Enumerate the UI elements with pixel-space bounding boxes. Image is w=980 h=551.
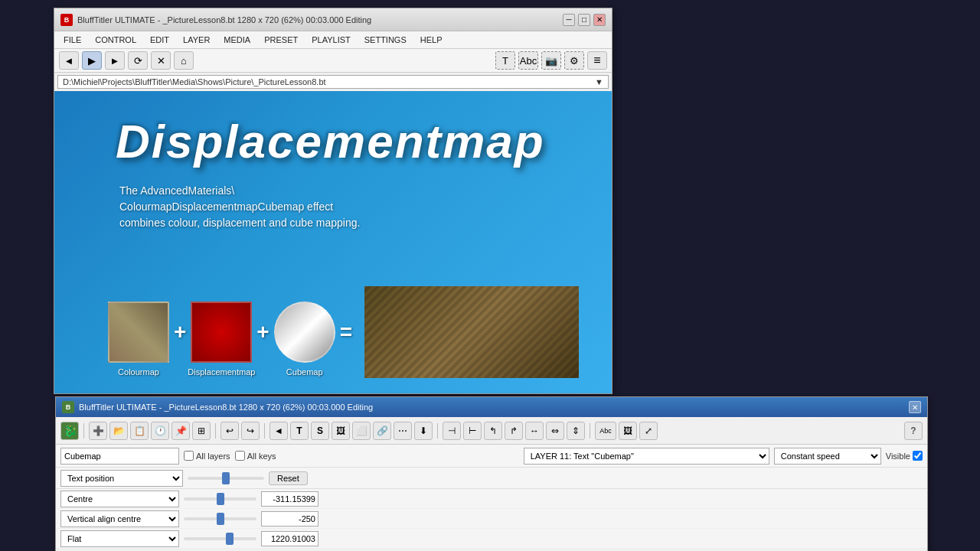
expand2-button[interactable]: ⤢ bbox=[639, 422, 658, 440]
menu-file[interactable]: FILE bbox=[57, 33, 87, 47]
menu-preset[interactable]: PRESET bbox=[258, 33, 304, 47]
visible-text: Visible bbox=[886, 452, 910, 461]
secondary-toolbar: 🐉 ➕ 📂 📋 🕐 📌 ⊞ ↩ ↪ ◄ T S 🖼 ⬜ 🔗 ⋯ ⬇ ⊣ ⊢ ↰ … bbox=[56, 417, 927, 445]
s-button[interactable]: S bbox=[311, 422, 329, 440]
preview-area: Displacementmap The AdvancedMaterials\ C… bbox=[54, 91, 612, 393]
copy-button[interactable]: 📋 bbox=[130, 422, 149, 440]
text-tool-icon[interactable]: T bbox=[495, 51, 515, 70]
speed-select[interactable]: Constant speed bbox=[774, 448, 881, 465]
flat-slider[interactable] bbox=[184, 537, 256, 540]
menu-settings[interactable]: SETTINGS bbox=[358, 33, 413, 47]
subtitle-line2: ColourmapDisplacementmapCubemap effect bbox=[119, 201, 333, 213]
colourmap-thumb bbox=[108, 302, 169, 363]
rotate-right-button[interactable]: ↱ bbox=[505, 422, 523, 440]
cubemap-label: Cubemap bbox=[286, 367, 323, 377]
all-keys-checkbox[interactable] bbox=[235, 451, 245, 461]
link-button[interactable]: 🔗 bbox=[373, 422, 391, 440]
download-button[interactable]: ⬇ bbox=[414, 422, 433, 440]
valign-value[interactable] bbox=[261, 511, 318, 527]
all-layers-text: All layers bbox=[196, 452, 230, 461]
address-dropdown-icon[interactable]: ▼ bbox=[595, 77, 603, 86]
t-button[interactable]: T bbox=[290, 422, 309, 440]
minimize-button[interactable]: ─ bbox=[563, 14, 575, 26]
main-window-title: BluffTitler ULTIMATE - _PictureLesson8.b… bbox=[77, 15, 371, 24]
abc-button[interactable]: Abc bbox=[595, 422, 616, 440]
colourmap-label: Colourmap bbox=[118, 367, 159, 377]
expand-button[interactable]: ⇔ bbox=[546, 422, 564, 440]
contract-button[interactable]: ⇕ bbox=[567, 422, 585, 440]
image2-button[interactable]: 🖼 bbox=[619, 422, 637, 440]
position-slider[interactable] bbox=[188, 477, 264, 480]
all-keys-text: All keys bbox=[247, 452, 276, 461]
toolbar-divider-4 bbox=[437, 423, 438, 439]
forward-button[interactable]: ► bbox=[105, 51, 125, 70]
plus-icon-1: + bbox=[172, 320, 188, 344]
menu-media[interactable]: MEDIA bbox=[217, 33, 256, 47]
visible-checkbox[interactable] bbox=[913, 451, 923, 461]
secondary-window-title: BluffTitler ULTIMATE - _PictureLesson8.b… bbox=[79, 403, 373, 412]
secondary-close-button[interactable]: ✕ bbox=[909, 401, 921, 413]
valign-slider[interactable] bbox=[184, 517, 256, 520]
displacementmap-label: Displacementmap bbox=[188, 367, 255, 377]
back-button[interactable]: ◄ bbox=[59, 51, 79, 70]
refresh-button[interactable]: ⟳ bbox=[128, 51, 148, 70]
maximize-button[interactable]: □ bbox=[578, 14, 590, 26]
address-bar[interactable]: D:\Michiel\Projects\BluffTitler\Media\Sh… bbox=[57, 75, 609, 89]
paste-button[interactable]: 📌 bbox=[172, 422, 190, 440]
grid-button[interactable]: ⊞ bbox=[192, 422, 211, 440]
prop-select-flat[interactable]: Flat bbox=[60, 530, 179, 547]
flip-h-button[interactable]: ↔ bbox=[525, 422, 544, 440]
address-text: D:\Michiel\Projects\BluffTitler\Media\Sh… bbox=[63, 77, 326, 86]
shape-button[interactable]: ⬜ bbox=[352, 422, 371, 440]
cubemap-wrapper: Cubemap bbox=[274, 302, 335, 363]
property-row-centre: Centre bbox=[56, 489, 927, 509]
flat-value[interactable] bbox=[261, 531, 318, 546]
centre-slider[interactable] bbox=[184, 497, 256, 500]
gear-tool-icon[interactable]: ⚙ bbox=[564, 51, 584, 70]
clock-button[interactable]: 🕐 bbox=[151, 422, 169, 440]
menu-icon[interactable]: ≡ bbox=[587, 51, 607, 70]
plus-icon-2: + bbox=[255, 320, 270, 344]
image-button[interactable]: 🖼 bbox=[332, 422, 350, 440]
visible-label: Visible bbox=[886, 451, 923, 461]
abc-tool-icon[interactable]: Abc bbox=[518, 51, 538, 70]
redo-button[interactable]: ↪ bbox=[241, 422, 260, 440]
secondary-app-icon: B bbox=[62, 401, 74, 413]
layer-controls-row: All layers All keys LAYER 11: Text "Cube… bbox=[56, 445, 927, 468]
menu-edit[interactable]: EDIT bbox=[144, 33, 175, 47]
arrow-left-button[interactable]: ◄ bbox=[270, 422, 288, 440]
menu-control[interactable]: CONTROL bbox=[89, 33, 142, 47]
position-select[interactable]: Text position bbox=[60, 470, 183, 487]
toolbar-divider-3 bbox=[264, 423, 265, 439]
home-button[interactable]: ⌂ bbox=[174, 51, 194, 70]
prop-select-centre[interactable]: Centre bbox=[60, 491, 179, 507]
displacementmap-thumb bbox=[191, 302, 252, 363]
undo-button[interactable]: ↩ bbox=[220, 422, 239, 440]
align-right-button[interactable]: ⊢ bbox=[463, 422, 482, 440]
all-layers-checkbox[interactable] bbox=[184, 451, 194, 461]
toolbar-divider-1 bbox=[83, 423, 84, 439]
layer-name-input[interactable] bbox=[60, 448, 179, 465]
bluff-logo-button[interactable]: 🐉 bbox=[60, 422, 79, 440]
menu-help[interactable]: HELP bbox=[414, 33, 449, 47]
app-icon: B bbox=[60, 14, 73, 26]
menu-playlist[interactable]: PLAYLIST bbox=[305, 33, 357, 47]
centre-value[interactable] bbox=[261, 491, 318, 507]
align-left-button[interactable]: ⊣ bbox=[443, 422, 461, 440]
equals-icon: = bbox=[338, 320, 354, 344]
close-button[interactable]: ✕ bbox=[593, 14, 606, 26]
stop-nav-button[interactable]: ✕ bbox=[151, 51, 171, 70]
menu-bar: FILE CONTROL EDIT LAYER MEDIA PRESET PLA… bbox=[54, 31, 612, 49]
menu-layer[interactable]: LAYER bbox=[177, 33, 216, 47]
camera-tool-icon[interactable]: 📷 bbox=[541, 51, 561, 70]
property-row-flat: Flat bbox=[56, 529, 927, 549]
network-button[interactable]: ⋯ bbox=[394, 422, 412, 440]
reset-button[interactable]: Reset bbox=[269, 471, 308, 485]
play-button[interactable]: ▶ bbox=[82, 51, 102, 70]
prop-select-valign[interactable]: Vertical align centre bbox=[60, 510, 179, 527]
open-button[interactable]: 📂 bbox=[109, 422, 128, 440]
add-layer-button[interactable]: ➕ bbox=[89, 422, 107, 440]
rotate-left-button[interactable]: ↰ bbox=[484, 422, 502, 440]
layer-select[interactable]: LAYER 11: Text "Cubemap" bbox=[524, 448, 769, 465]
help-button[interactable]: ? bbox=[904, 422, 923, 440]
